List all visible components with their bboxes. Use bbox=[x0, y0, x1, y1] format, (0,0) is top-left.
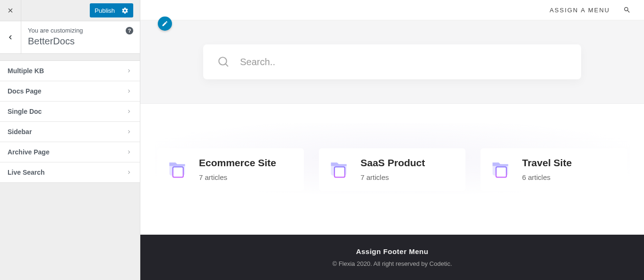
section-title: BetterDocs bbox=[28, 36, 133, 47]
card-title: Travel Site bbox=[522, 157, 572, 169]
menu-item-label: Docs Page bbox=[8, 87, 42, 95]
card-subtitle: 6 articles bbox=[522, 173, 572, 181]
edit-shortcut-button[interactable] bbox=[158, 17, 172, 31]
search-icon bbox=[217, 56, 230, 68]
card-subtitle: 7 articles bbox=[199, 173, 276, 181]
menu-item-live-search[interactable]: Live Search bbox=[0, 162, 140, 183]
menu-item-docs-page[interactable]: Docs Page bbox=[0, 81, 140, 102]
doc-category-card[interactable]: SaaS Product7 articles bbox=[319, 148, 465, 191]
preview-pane: ASSIGN A MENU Ecommerce Site7 articlesSa… bbox=[140, 0, 644, 280]
chevron-right-icon bbox=[126, 128, 132, 135]
folder-doc-icon bbox=[328, 158, 349, 181]
assign-menu-link[interactable]: ASSIGN A MENU bbox=[550, 7, 610, 14]
card-subtitle: 7 articles bbox=[361, 173, 425, 181]
card-title: Ecommerce Site bbox=[199, 157, 276, 169]
close-customizer-button[interactable] bbox=[0, 0, 21, 21]
menu-item-archive-page[interactable]: Archive Page bbox=[0, 142, 140, 162]
publish-label: Publish bbox=[94, 7, 115, 14]
folder-doc-icon bbox=[490, 158, 511, 181]
pencil-icon bbox=[162, 20, 168, 27]
chevron-right-icon bbox=[126, 149, 132, 155]
docs-search-input[interactable] bbox=[240, 57, 567, 68]
menu-item-label: Single Doc bbox=[8, 108, 42, 115]
search-icon bbox=[623, 6, 631, 14]
customizer-sidebar: Publish You are customizing BetterDocs ?… bbox=[0, 0, 140, 280]
menu-item-single-doc[interactable]: Single Doc bbox=[0, 102, 140, 122]
chevron-left-icon bbox=[6, 33, 15, 42]
menu-item-label: Live Search bbox=[8, 169, 45, 176]
card-title: SaaS Product bbox=[361, 157, 425, 169]
chevron-right-icon bbox=[126, 68, 132, 74]
doc-category-card[interactable]: Ecommerce Site7 articles bbox=[157, 148, 304, 191]
menu-item-label: Multiple KB bbox=[8, 67, 44, 75]
chevron-right-icon bbox=[126, 88, 132, 94]
publish-button[interactable]: Publish bbox=[90, 3, 133, 17]
close-icon bbox=[7, 7, 14, 14]
menu-item-sidebar[interactable]: Sidebar bbox=[0, 122, 140, 142]
gear-icon bbox=[121, 7, 129, 14]
menu-item-label: Sidebar bbox=[8, 128, 32, 136]
doc-category-card[interactable]: Travel Site6 articles bbox=[481, 148, 627, 191]
help-button[interactable]: ? bbox=[126, 27, 133, 34]
folder-doc-icon bbox=[167, 158, 188, 181]
menu-item-label: Archive Page bbox=[8, 148, 50, 156]
chevron-right-icon bbox=[126, 169, 132, 176]
back-button[interactable] bbox=[0, 21, 21, 53]
footer-menu-link[interactable]: Assign Footer Menu bbox=[356, 247, 428, 255]
site-footer: Assign Footer Menu © Flexia 2020. All ri… bbox=[140, 235, 644, 280]
menu-item-multiple-kb[interactable]: Multiple KB bbox=[0, 61, 140, 81]
docs-search-box bbox=[203, 44, 581, 79]
customizing-label: You are customizing bbox=[28, 27, 133, 34]
nav-search-button[interactable] bbox=[623, 6, 631, 14]
copyright-text: © Flexia 2020. All right reserved by Cod… bbox=[332, 260, 452, 267]
chevron-right-icon bbox=[126, 108, 132, 115]
